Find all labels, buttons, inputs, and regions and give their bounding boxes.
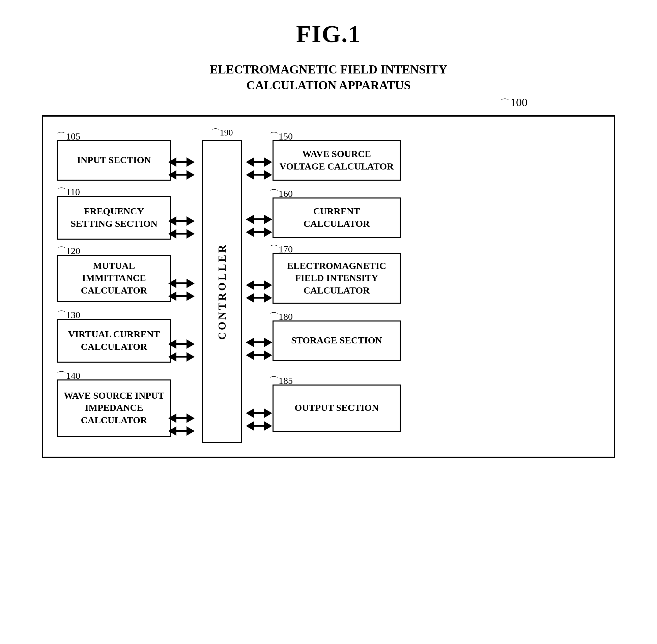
controller-box: CONTROLLER — [202, 140, 242, 443]
wave-voltage-row: ⌒150 WAVE SOURCE VOLTAGE CALCULATOR — [249, 127, 391, 184]
current-calc-box: CURRENT CALCULATOR — [272, 198, 401, 238]
input-section-box: INPUT SECTION — [57, 140, 171, 181]
input-section-row: ⌒105 INPUT SECTION — [57, 127, 198, 184]
ref-150: ⌒150 — [269, 130, 293, 143]
main-box: ⌒105 INPUT SECTION — [42, 115, 615, 458]
ref-185: ⌒185 — [269, 374, 293, 387]
controller-column: ⌒190 CONTROLLER — [202, 127, 242, 443]
figure-title: FIG.1 — [296, 20, 361, 48]
frequency-section-box: FREQUENCY SETTING SECTION — [57, 196, 171, 239]
wave-source-impedance-row: ⌒140 WAVE SOURCE INPUT IMPEDANCE CALCULA… — [57, 366, 198, 440]
frequency-section-row: ⌒110 FREQUENCY SETTING SECTION — [57, 184, 198, 241]
mutual-immittance-row: ⌒120 MUTUAL IMMITTANCE CALCULATOR — [57, 241, 198, 305]
virtual-current-row: ⌒130 VIRTUAL CURRENT CALCULATOR — [57, 305, 198, 366]
storage-box: STORAGE SECTION — [272, 321, 401, 361]
em-field-calc-box: ELECTROMAGNETIC FIELD INTENSITY CALCULAT… — [272, 253, 401, 304]
apparatus-label: ELECTROMAGNETIC FIELD INTENSITY CALCULAT… — [210, 62, 447, 93]
em-field-calc-row: ⌒170 ELECTROMAGNETIC FIELD INTENSITY CAL… — [249, 241, 391, 305]
ref-120: ⌒120 — [57, 245, 80, 257]
virtual-current-box: VIRTUAL CURRENT CALCULATOR — [57, 319, 171, 363]
storage-row: ⌒180 STORAGE SECTION — [249, 305, 391, 366]
mutual-immittance-box: MUTUAL IMMITTANCE CALCULATOR — [57, 255, 171, 302]
output-box: OUTPUT SECTION — [272, 385, 401, 432]
left-column: ⌒105 INPUT SECTION — [57, 127, 198, 443]
wave-voltage-box: WAVE SOURCE VOLTAGE CALCULATOR — [272, 140, 401, 181]
controller-label: CONTROLLER — [216, 243, 228, 340]
ref-105: ⌒105 — [57, 130, 80, 143]
ref-160: ⌒160 — [269, 187, 293, 200]
ref-180: ⌒180 — [269, 310, 293, 323]
ref-110: ⌒110 — [57, 186, 80, 199]
right-column: ⌒150 WAVE SOURCE VOLTAGE CALCULATOR — [249, 127, 391, 443]
apparatus-ref: 100 — [510, 96, 527, 109]
ref-170: ⌒170 — [269, 243, 293, 256]
wave-source-impedance-box: WAVE SOURCE INPUT IMPEDANCE CALCULATOR — [57, 380, 171, 437]
ref-140: ⌒140 — [57, 369, 80, 382]
current-calc-row: ⌒160 CURRENT CALCULATOR — [249, 184, 391, 241]
output-row: ⌒185 OUTPUT SECTION — [249, 366, 391, 440]
ref-130: ⌒130 — [57, 309, 80, 322]
